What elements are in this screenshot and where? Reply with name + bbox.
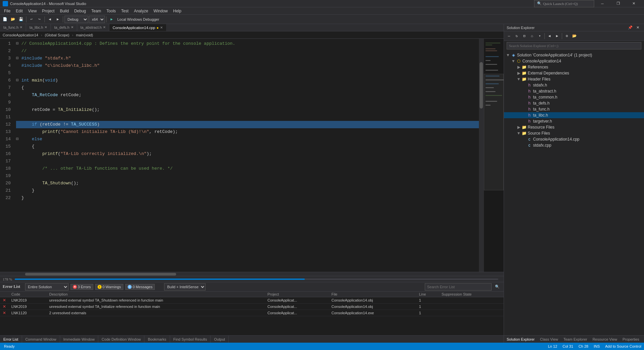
menu-team[interactable]: Team [89,7,104,15]
warnings-filter-btn[interactable]: ! 0 Warnings [95,284,123,290]
se-tab-properties[interactable]: Properties [620,336,642,343]
col-description[interactable]: Description [46,292,265,297]
tab-close-ta-libc-h[interactable]: ✕ [44,24,47,31]
close-btn[interactable]: ✕ [626,0,641,7]
start-debug-btn[interactable]: ▶ [108,16,115,23]
se-home-btn[interactable]: ⌂ [528,32,536,40]
bottom-tab-bookmarks[interactable]: Bookmarks [144,336,170,343]
scrollbar-h-thumb[interactable] [25,273,176,276]
menu-test[interactable]: Test [119,7,131,15]
se-forward-btn[interactable]: ▶ [553,32,561,40]
menu-view[interactable]: View [25,7,39,15]
fold-3[interactable]: ⊟ [16,55,21,62]
tree-stdafx-cpp[interactable]: c stdafx.cpp [504,142,644,148]
table-row[interactable]: ✕ LNK2019 unresolved external symbol TA_… [0,297,504,304]
scope-dropdown[interactable]: Entire Solution [25,283,69,291]
search-launch-btn[interactable]: 🔍 Quick Launch (Ctrl+Q) [534,0,594,7]
table-row[interactable]: ✕ LNK2019 unresolved external symbol TA_… [0,304,504,310]
menu-project[interactable]: Project [39,7,57,15]
fold-6[interactable]: ⊟ [16,77,21,84]
save-btn[interactable]: 💾 [17,16,25,23]
status-ins[interactable]: INS [591,343,602,350]
se-back-btn[interactable]: ◀ [546,32,553,40]
tree-solution[interactable]: ▼ ◈ Solution 'ConsoleApplication14' (1 p… [504,52,644,58]
bottom-tab-code-definition[interactable]: Code Definition Window [98,336,144,343]
undo-btn[interactable]: ↩ [28,16,35,23]
expand-ext-deps[interactable]: ▶ [516,71,521,75]
search-error-btn[interactable]: 🔍 [494,283,501,291]
tree-consolecpp[interactable]: c ConsoleApplication14.cpp [504,136,644,142]
tree-ta-abstract-h[interactable]: h ta_abstract.h [504,88,644,94]
tree-header-files[interactable]: ▼ 📁 Header Files [504,76,644,82]
tree-references[interactable]: ▶ 📁 References [504,64,644,70]
tree-project[interactable]: ▼ ⬡ ConsoleApplication14 [504,58,644,64]
tab-close-consolecpp[interactable]: ✕ [160,24,163,31]
window-controls[interactable]: 🔍 Quick Launch (Ctrl+Q) ─ ❐ ✕ [534,0,641,7]
tab-ta-func-h[interactable]: ta_func.h ✕ [0,24,26,31]
se-tab-solution-explorer[interactable]: Solution Explorer [504,336,537,343]
tab-ta-defs-h[interactable]: ta_defs.h ✕ [51,24,77,31]
expand-source-files[interactable]: ▼ [516,131,521,136]
restore-btn[interactable]: ❐ [611,0,626,7]
se-pin-btn[interactable]: 📌 [627,24,634,31]
zoom-slider[interactable] [15,279,498,280]
error-search-input[interactable] [425,283,492,291]
tree-resource-files[interactable]: ▶ 📁 Resource Files [504,124,644,130]
tab-close-ta-func-h[interactable]: ✕ [20,24,22,31]
build-filter-dropdown[interactable]: Build + IntelliSense [164,283,206,291]
forward-btn[interactable]: ▶ [54,16,61,23]
tree-stdafx-h[interactable]: h stdafx.h [504,82,644,88]
menu-edit[interactable]: Edit [13,7,25,15]
tree-ta-common-h[interactable]: h ta_common.h [504,94,644,100]
se-open-folder-btn[interactable]: 📂 [571,32,578,40]
status-source-control[interactable]: Add to Source Control [603,343,644,350]
menu-analyze[interactable]: Analyze [131,7,151,15]
se-tab-class-view[interactable]: Class View [537,336,561,343]
se-tab-team-explorer[interactable]: Team Explorer [561,336,590,343]
back-btn[interactable]: ◀ [46,16,53,23]
bottom-tab-immediate[interactable]: Immediate Window [60,336,99,343]
se-sync-btn[interactable]: ↔ [505,32,513,40]
se-collapse-btn[interactable]: ⊟ [521,32,528,40]
tree-source-files[interactable]: ▼ 📁 Source Files [504,130,644,136]
menu-debug[interactable]: Debug [72,7,89,15]
se-filter-btn[interactable]: ▾ [536,32,543,40]
breadcrumb-member[interactable]: main(void) [73,31,96,39]
expand-references[interactable]: ▶ [516,65,521,69]
errors-filter-btn[interactable]: ✕ 3 Errors [71,284,93,290]
tree-targetver-h[interactable]: h targetver.h [504,118,644,124]
status-ch[interactable]: Ch 28 [576,343,591,350]
new-btn[interactable]: 📄 [1,16,9,23]
breadcrumb-file[interactable]: ConsoleApplication14 [0,31,41,39]
col-line[interactable]: Line [416,292,439,297]
tree-external-deps[interactable]: ▶ 📁 External Dependencies [504,70,644,76]
se-tab-resource-view[interactable]: Resource View [590,336,620,343]
expand-solution[interactable]: ▼ [505,53,511,57]
expand-headers[interactable]: ▼ [516,77,521,81]
bottom-tab-find-symbol[interactable]: Find Symbol Results [170,336,211,343]
platform-dropdown[interactable]: x64 x86 [89,16,105,23]
code-editor[interactable]: 1 2 3 4 5 6 7 8 9 10 11 12 13 14 15 16 1 [0,39,484,272]
expand-project[interactable]: ▼ [511,59,516,63]
menu-help[interactable]: Help [170,7,184,15]
tree-ta-func-h[interactable]: h ta_func.h [504,106,644,112]
debug-mode-dropdown[interactable]: Debug Release [65,16,88,23]
tab-consolecpp[interactable]: ConsoleApplication14.cpp ● ✕ [109,24,166,31]
scrollbar-vertical[interactable] [479,39,484,272]
bottom-tab-command-window[interactable]: Command Window [22,336,60,343]
tab-close-ta-defs-h[interactable]: ✕ [71,24,74,31]
table-row[interactable]: ✕ LNK1120 2 unresolved externals Console… [0,310,504,316]
status-line[interactable]: Ln 12 [545,343,560,350]
se-refresh-btn[interactable]: ↻ [513,32,520,40]
fold-14[interactable]: ⊟ [16,136,21,143]
col-suppression[interactable]: Suppression State [439,292,504,297]
se-close-btn[interactable]: ✕ [634,24,641,31]
minimap[interactable] [484,39,504,272]
se-search-input[interactable] [507,42,641,49]
bottom-tab-error-list[interactable]: Error List [0,336,22,343]
fold-1[interactable]: ⊟ [16,40,21,47]
menu-build[interactable]: Build [57,7,72,15]
menu-window[interactable]: Window [151,7,170,15]
messages-filter-btn[interactable]: i 0 Messages [125,284,155,290]
expand-resource-files[interactable]: ▶ [516,125,521,130]
